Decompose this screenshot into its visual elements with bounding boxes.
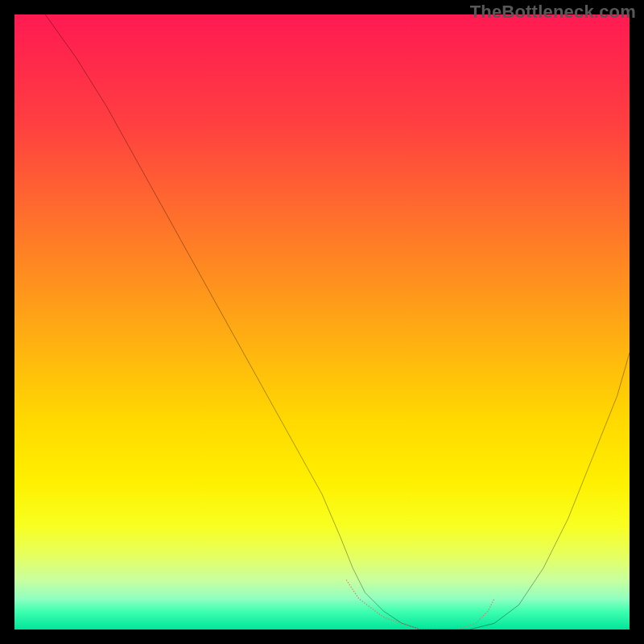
plot-area [14,14,630,630]
watermark-label: TheBottleneck.com [470,2,636,23]
dots-path [347,580,494,630]
chart-stage: TheBottleneck.com [0,0,644,644]
optimal-range-dots [14,14,630,630]
